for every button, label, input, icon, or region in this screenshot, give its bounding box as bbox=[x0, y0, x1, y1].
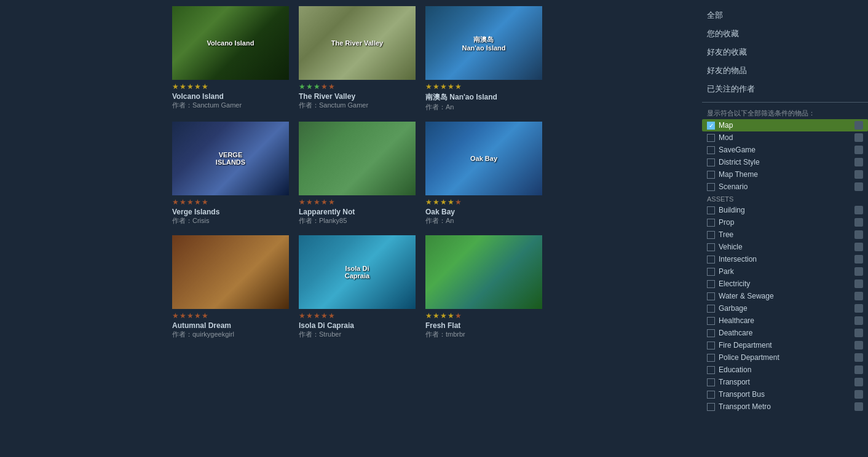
sidebar-link-favorites[interactable]: 您的收藏 bbox=[702, 25, 868, 43]
assets-checkbox-police-department[interactable] bbox=[707, 354, 715, 362]
assets-filter-count-prop[interactable] bbox=[854, 218, 863, 227]
card-isola-di-capraia[interactable]: Isola Di Capraia★★★★★Isola Di Capraia作者：… bbox=[299, 235, 416, 339]
card-river-valley[interactable]: The River Valley★★★★★The River Valley作者：… bbox=[299, 6, 416, 112]
assets-filter-building[interactable]: Building bbox=[702, 204, 868, 216]
assets-checkbox-building[interactable] bbox=[707, 206, 715, 214]
filter-count-savegame[interactable] bbox=[854, 146, 863, 154]
sidebar-link-friend-items[interactable]: 好友的物品 bbox=[702, 61, 868, 80]
card-thumb-nanao-island: 南澳岛 Nan'ao Island bbox=[425, 6, 542, 80]
checkbox-map-theme[interactable] bbox=[707, 171, 715, 179]
assets-checkbox-prop[interactable] bbox=[707, 219, 715, 227]
card-thumb-label-river-valley: The River Valley bbox=[330, 38, 384, 48]
star-1: ★ bbox=[180, 311, 186, 320]
assets-filter-count-building[interactable] bbox=[854, 206, 863, 214]
assets-filter-transport[interactable]: Transport bbox=[702, 376, 868, 388]
assets-checkbox-electricity[interactable] bbox=[707, 280, 715, 288]
checkbox-savegame[interactable] bbox=[707, 146, 715, 154]
assets-filter-count-education[interactable] bbox=[854, 365, 863, 374]
sidebar-link-all[interactable]: 全部 bbox=[702, 6, 868, 25]
filter-count-district-style[interactable] bbox=[854, 158, 863, 166]
checkbox-mod[interactable] bbox=[707, 134, 715, 142]
assets-filter-prop[interactable]: Prop bbox=[702, 216, 868, 228]
card-fresh-flat[interactable]: ★★★★★Fresh Flat作者：tmbrbr bbox=[425, 235, 542, 339]
star-3: ★ bbox=[321, 82, 328, 91]
assets-filter-deathcare[interactable]: Deathcare bbox=[702, 327, 868, 339]
assets-checkbox-transport-bus[interactable] bbox=[707, 391, 715, 399]
filter-map[interactable]: Map bbox=[702, 119, 868, 131]
assets-filter-count-water-sewage[interactable] bbox=[854, 292, 863, 300]
assets-filter-education[interactable]: Education bbox=[702, 364, 868, 376]
assets-filter-count-healthcare[interactable] bbox=[854, 316, 863, 325]
assets-filter-healthcare[interactable]: Healthcare bbox=[702, 314, 868, 327]
card-title-autumnal-dream: Autumnal Dream bbox=[172, 321, 289, 330]
assets-checkbox-vehicle[interactable] bbox=[707, 243, 715, 251]
filter-district-style[interactable]: District Style bbox=[702, 156, 868, 168]
card-stars-isola-di-capraia: ★★★★★ bbox=[299, 311, 416, 320]
assets-filter-count-tree[interactable] bbox=[854, 230, 863, 239]
star-4: ★ bbox=[455, 198, 462, 206]
filter-map-theme[interactable]: Map Theme bbox=[702, 168, 868, 181]
assets-filter-transport-bus[interactable]: Transport Bus bbox=[702, 388, 868, 400]
assets-filter-label-education: Education bbox=[719, 365, 854, 374]
assets-filter-electricity[interactable]: Electricity bbox=[702, 278, 868, 290]
assets-filter-count-police-department[interactable] bbox=[854, 353, 863, 362]
assets-filter-count-transport[interactable] bbox=[854, 378, 863, 386]
assets-filter-label-fire-department: Fire Department bbox=[719, 341, 854, 350]
assets-checkbox-park[interactable] bbox=[707, 268, 715, 276]
assets-filter-count-garbage[interactable] bbox=[854, 304, 863, 313]
assets-checkbox-fire-department[interactable] bbox=[707, 342, 715, 350]
assets-checkbox-transport-metro[interactable] bbox=[707, 403, 715, 411]
checkbox-scenario[interactable] bbox=[707, 183, 715, 191]
assets-checkbox-education[interactable] bbox=[707, 366, 715, 374]
card-thumb-oak-bay: Oak Bay bbox=[425, 122, 542, 195]
assets-filter-water-sewage[interactable]: Water & Sewage bbox=[702, 290, 868, 302]
assets-filter-tree[interactable]: Tree bbox=[702, 228, 868, 241]
card-autumnal-dream[interactable]: ★★★★★Autumnal Dream作者：quirkygeekgirl bbox=[172, 235, 289, 339]
card-verge-islands[interactable]: VERGE ISLANDS★★★★★Verge Islands作者：Crisis bbox=[172, 122, 289, 225]
assets-filter-count-intersection[interactable] bbox=[854, 255, 863, 264]
assets-filter-police-department[interactable]: Police Department bbox=[702, 351, 868, 364]
sidebar-link-followed-authors[interactable]: 已关注的作者 bbox=[702, 80, 868, 98]
assets-filter-count-park[interactable] bbox=[854, 267, 863, 276]
card-stars-volcano-island: ★★★★★ bbox=[172, 82, 289, 91]
filter-count-mod[interactable] bbox=[854, 133, 863, 142]
filter-scenario[interactable]: Scenario bbox=[702, 181, 868, 193]
assets-filter-count-transport-bus[interactable] bbox=[854, 390, 863, 399]
card-lapparently-not[interactable]: ★★★★★Lapparently Not作者：Planky85 bbox=[299, 122, 416, 225]
assets-filter-label-transport: Transport bbox=[719, 378, 854, 386]
assets-filter-count-deathcare[interactable] bbox=[854, 329, 863, 337]
assets-checkbox-water-sewage[interactable] bbox=[707, 292, 715, 300]
assets-checkbox-transport[interactable] bbox=[707, 378, 715, 386]
assets-filter-vehicle[interactable]: Vehicle bbox=[702, 241, 868, 253]
assets-filter-count-electricity[interactable] bbox=[854, 279, 863, 288]
filter-savegame[interactable]: SaveGame bbox=[702, 144, 868, 156]
assets-filter-garbage[interactable]: Garbage bbox=[702, 302, 868, 314]
assets-checkbox-garbage[interactable] bbox=[707, 305, 715, 313]
assets-filter-transport-metro[interactable]: Transport Metro bbox=[702, 400, 868, 413]
assets-filter-count-fire-department[interactable] bbox=[854, 341, 863, 350]
filter-count-scenario[interactable] bbox=[854, 182, 863, 191]
filter-count-map-theme[interactable] bbox=[854, 170, 863, 179]
assets-checkbox-tree[interactable] bbox=[707, 231, 715, 239]
assets-filter-park[interactable]: Park bbox=[702, 265, 868, 278]
assets-checkbox-deathcare[interactable] bbox=[707, 329, 715, 337]
sidebar-link-friend-favorites[interactable]: 好友的收藏 bbox=[702, 43, 868, 61]
assets-filter-fire-department[interactable]: Fire Department bbox=[702, 339, 868, 351]
star-4: ★ bbox=[328, 198, 335, 206]
card-nanao-island[interactable]: 南澳岛 Nan'ao Island★★★★★南澳岛 Nan'ao Island作… bbox=[425, 6, 542, 112]
card-oak-bay[interactable]: Oak Bay★★★★★Oak Bay作者：An bbox=[425, 122, 542, 225]
assets-filter-count-vehicle[interactable] bbox=[854, 243, 863, 251]
assets-checkbox-healthcare[interactable] bbox=[707, 317, 715, 325]
star-3: ★ bbox=[448, 311, 454, 320]
checkbox-map[interactable] bbox=[707, 122, 715, 130]
filter-count-map[interactable] bbox=[854, 121, 863, 130]
filter-mod[interactable]: Mod bbox=[702, 131, 868, 144]
card-author-fresh-flat: 作者：tmbrbr bbox=[425, 330, 542, 339]
assets-checkbox-intersection[interactable] bbox=[707, 256, 715, 264]
star-2: ★ bbox=[314, 198, 320, 206]
assets-filter-intersection[interactable]: Intersection bbox=[702, 253, 868, 265]
star-1: ★ bbox=[180, 82, 186, 91]
card-volcano-island[interactable]: Volcano Island★★★★★Volcano Island作者：Sanc… bbox=[172, 6, 289, 112]
assets-filter-count-transport-metro[interactable] bbox=[854, 402, 863, 411]
checkbox-district-style[interactable] bbox=[707, 158, 715, 166]
